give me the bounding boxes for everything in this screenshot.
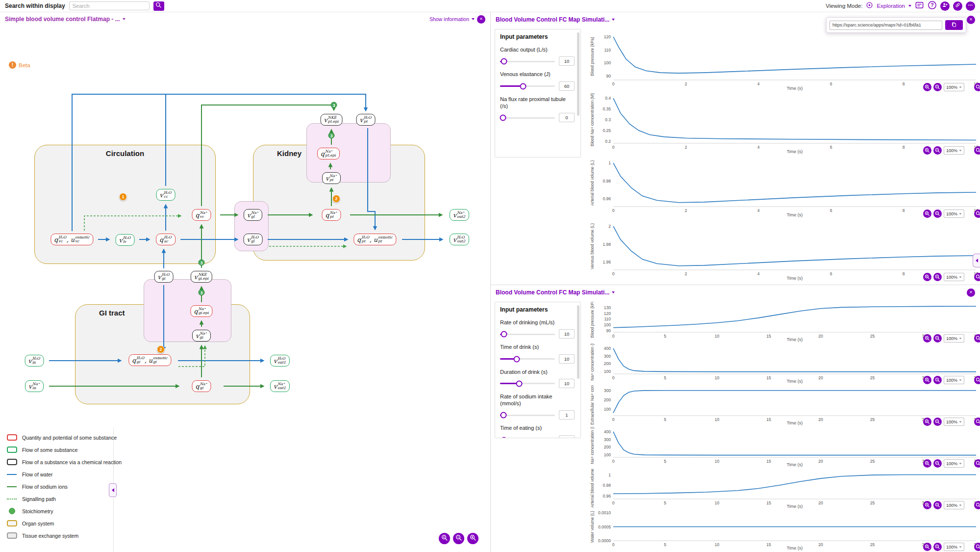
- annotation-marker-2[interactable]: 2: [157, 345, 165, 353]
- chart-zoom-select[interactable]: 100%: [944, 210, 964, 218]
- node-v-gi-na[interactable]: vNa⁺gi: [192, 330, 211, 342]
- slider-knob[interactable]: [501, 437, 507, 438]
- params-scrollbar[interactable]: [577, 32, 579, 154]
- chart-zoom-select[interactable]: 100%: [944, 543, 964, 551]
- node-v-out2-h2o[interactable]: vH₂Oout2: [450, 234, 469, 245]
- node-v-ptepi-nke[interactable]: vNKEpt.epi: [321, 114, 343, 126]
- chart-zoom-select[interactable]: 100%: [944, 83, 964, 91]
- duration-of-drink-s-value[interactable]: [559, 379, 575, 388]
- chart-zoom-select[interactable]: 100%: [944, 376, 964, 384]
- slider-knob[interactable]: [516, 380, 523, 387]
- chart-zoom-out-button[interactable]: [933, 273, 942, 281]
- node-q-gi-h2o[interactable]: qH₂Ogi, uosmoticgi: [128, 354, 171, 366]
- organ-circulation[interactable]: Circulation: [34, 145, 216, 264]
- chart-reset-zoom-button[interactable]: [974, 543, 980, 551]
- zoom-out-button[interactable]: [453, 533, 464, 544]
- node-v-in-na[interactable]: vNa⁺in: [25, 380, 44, 392]
- chart-zoom-select[interactable]: 100%: [944, 146, 964, 155]
- chart-reset-zoom-button[interactable]: [974, 146, 980, 155]
- venous-elastance-j-slider[interactable]: [500, 82, 555, 89]
- slider-knob[interactable]: [501, 58, 507, 65]
- sim-bottom-title[interactable]: Blood Volume Control FC Map Simulati...: [496, 289, 609, 296]
- duration-of-drink-s-slider[interactable]: [500, 380, 555, 387]
- node-q-vc-na[interactable]: qNa⁺vc: [192, 209, 211, 221]
- slider-track[interactable]: [500, 61, 555, 62]
- cardiac-output-l-s-value[interactable]: [559, 56, 575, 66]
- scrollbar-thumb[interactable]: [577, 305, 579, 379]
- node-q-gi-na[interactable]: qNa⁺gi: [192, 380, 211, 392]
- chart-zoom-out-button[interactable]: [933, 83, 942, 91]
- rate-of-sodium-intake-mmol-s-value[interactable]: [559, 410, 575, 420]
- venous-elastance-j-value[interactable]: [559, 81, 575, 91]
- chart-reset-zoom-button[interactable]: [974, 376, 980, 384]
- zoom-in-button[interactable]: [439, 533, 450, 544]
- node-v-out1-h2o[interactable]: vH₂Oout1: [270, 355, 290, 367]
- node-q-pt-h2o[interactable]: qH₂Opt, uosmoticpt: [353, 234, 396, 245]
- share-user-button[interactable]: [940, 1, 950, 11]
- node-v-gi-h2o-up[interactable]: vH₂Ogi: [154, 271, 174, 283]
- node-v-in-h2o[interactable]: vH₂Oin: [25, 355, 44, 367]
- slider-track[interactable]: [500, 334, 555, 335]
- chevron-down-icon[interactable]: [612, 291, 615, 293]
- show-information-link[interactable]: Show information: [429, 16, 469, 22]
- get-link-button[interactable]: [953, 1, 962, 11]
- close-sim-bottom-button[interactable]: ×: [967, 289, 975, 297]
- node-v-pt-h2o[interactable]: vH₂Opt: [356, 114, 376, 126]
- more-options-button[interactable]: [966, 1, 975, 11]
- chart-zoom-out-button[interactable]: [933, 146, 942, 155]
- chart-zoom-select[interactable]: 100%: [944, 501, 964, 509]
- sim-top-title[interactable]: Blood Volume Control FC Map Simulati...: [496, 16, 609, 23]
- share-url-input[interactable]: [829, 21, 942, 30]
- search-button[interactable]: [153, 1, 164, 11]
- cardiac-output-l-s-slider[interactable]: [500, 58, 555, 65]
- chart-zoom-in-button[interactable]: [923, 146, 931, 155]
- close-flatmap-button[interactable]: ×: [477, 15, 485, 24]
- node-v-lv-h2o[interactable]: vH₂Olv: [116, 234, 135, 246]
- rate-of-sodium-intake-mmol-s-slider[interactable]: [500, 412, 555, 419]
- copy-url-button[interactable]: [945, 20, 963, 30]
- params-scrollbar[interactable]: [577, 305, 579, 435]
- chart-zoom-select[interactable]: 100%: [944, 334, 964, 342]
- slider-knob[interactable]: [501, 331, 507, 338]
- chart-reset-zoom-button[interactable]: [974, 83, 980, 91]
- slider-knob[interactable]: [513, 356, 520, 362]
- time-of-eating-s-slider[interactable]: [500, 436, 555, 438]
- node-v-gl-na[interactable]: vNa⁺gl: [244, 209, 262, 221]
- chart-zoom-in-button[interactable]: [923, 376, 931, 384]
- annotation-marker-2[interactable]: 2: [332, 195, 340, 203]
- chart-zoom-select[interactable]: 100%: [944, 273, 964, 281]
- node-v-gl-h2o[interactable]: vH₂Ogl: [244, 234, 263, 245]
- chart-zoom-out-button[interactable]: [933, 376, 942, 384]
- node-v-giepi-nke[interactable]: vNKEgi.epi: [191, 271, 212, 283]
- chart-zoom-out-button[interactable]: [933, 543, 942, 551]
- chart-reset-zoom-button[interactable]: [974, 273, 980, 281]
- chevron-down-icon[interactable]: [612, 19, 615, 21]
- chart-zoom-select[interactable]: 100%: [944, 459, 964, 468]
- close-sim-top-button[interactable]: ×: [967, 16, 975, 24]
- chart-zoom-out-button[interactable]: [933, 334, 942, 342]
- node-v-out2-na[interactable]: vNa⁺out2: [450, 209, 469, 221]
- na-flux-rate-proximal-tubule-s-value[interactable]: [559, 113, 575, 122]
- node-v-cc-h2o[interactable]: vH₂Occ: [156, 189, 176, 201]
- node-q-ac-h2o[interactable]: qH₂Oac: [156, 234, 176, 245]
- chart-zoom-in-button[interactable]: [923, 210, 931, 218]
- chart-zoom-in-button[interactable]: [923, 501, 931, 509]
- help-button[interactable]: ?: [928, 1, 937, 11]
- chart-zoom-select[interactable]: 100%: [944, 418, 964, 426]
- flatmap-canvas[interactable]: CirculationKidneyGI tractvH₂OccvH₂OlvqH₂…: [0, 26, 490, 552]
- chart-reset-zoom-button[interactable]: [974, 334, 980, 342]
- chart-zoom-out-button[interactable]: [933, 418, 942, 426]
- node-v-out1-na[interactable]: vNa⁺out1: [270, 380, 290, 392]
- node-q-pt-na[interactable]: qNa⁺pt: [322, 209, 341, 221]
- chevron-down-icon[interactable]: [123, 18, 126, 20]
- chart-zoom-in-button[interactable]: [923, 418, 931, 426]
- chart-zoom-out-button[interactable]: [933, 501, 942, 509]
- time-of-drink-s-slider[interactable]: [500, 355, 555, 362]
- na-flux-rate-proximal-tubule-s-slider[interactable]: [500, 114, 555, 121]
- chart-zoom-in-button[interactable]: [923, 334, 931, 342]
- slider-track[interactable]: [500, 415, 555, 416]
- viewing-mode-value[interactable]: Exploration: [877, 3, 905, 9]
- chart-zoom-out-button[interactable]: [933, 459, 942, 468]
- flatmap-title[interactable]: Simple blood volume control Flatmap - ..…: [5, 16, 120, 23]
- chart-zoom-in-button[interactable]: [923, 273, 931, 281]
